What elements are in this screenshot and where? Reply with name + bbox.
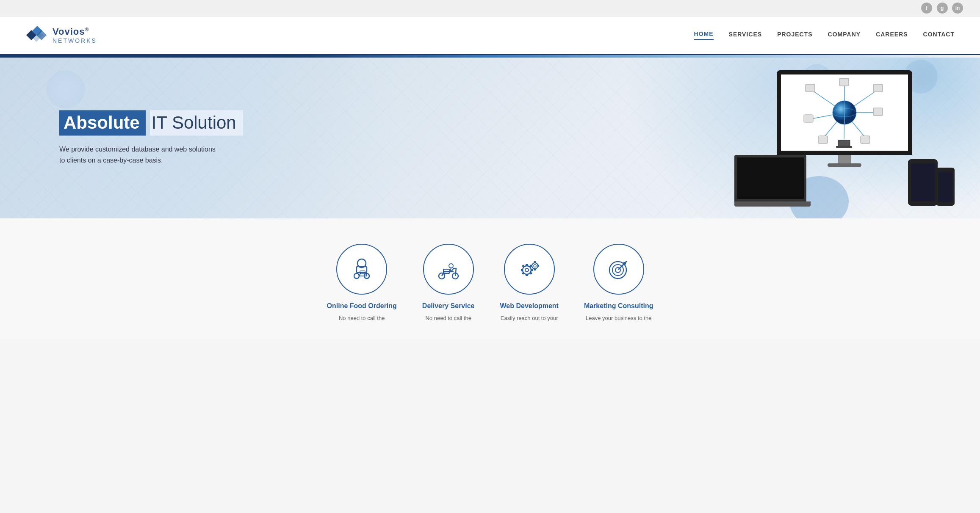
laptop-base (734, 201, 811, 207)
svg-rect-21 (838, 140, 850, 146)
svg-rect-18 (861, 136, 870, 143)
hero-decor-circle-1 (47, 70, 85, 108)
service-item-marketing-consulting: Marketing ConsultingLeave your business … (584, 244, 653, 323)
nav-item-projects[interactable]: PROJECTS (777, 31, 812, 39)
svg-rect-46 (534, 261, 536, 263)
tablet-illustration (908, 159, 938, 206)
phone-screen (938, 171, 952, 202)
google-link[interactable]: g (937, 3, 948, 14)
monitor-base (828, 163, 861, 167)
svg-rect-36 (526, 264, 528, 266)
svg-rect-17 (873, 108, 883, 116)
facebook-link[interactable]: f (921, 3, 932, 14)
monitor-stand (838, 155, 851, 163)
hero-devices-illustration (734, 70, 938, 210)
svg-point-26 (354, 273, 359, 279)
svg-rect-14 (806, 84, 815, 92)
laptop-illustration (734, 155, 811, 210)
svg-point-31 (449, 264, 453, 268)
nav-item-services[interactable]: SERVICES (729, 31, 762, 39)
logo-icon (25, 24, 47, 46)
service-item-online-food-ordering: Online Food OrderingNo need to call the (327, 244, 397, 323)
nav-item-careers[interactable]: CAREERS (876, 31, 908, 39)
service-title-web-development: Web Development (500, 302, 559, 310)
svg-point-44 (532, 263, 538, 269)
logo-text: Vovios® NETWORKS (53, 26, 97, 44)
svg-rect-19 (818, 136, 828, 143)
nav-item-company[interactable]: COMPANY (828, 31, 861, 39)
logo-brand: Vovios® (53, 26, 97, 37)
logo-sub: NETWORKS (53, 37, 97, 44)
svg-rect-43 (529, 272, 532, 275)
svg-rect-15 (839, 78, 849, 86)
nav-item-contact[interactable]: CONTACT (923, 31, 955, 39)
hero-section: Absolute IT Solution We provide customiz… (0, 58, 980, 218)
phone-illustration (936, 168, 955, 206)
svg-rect-48 (530, 265, 532, 267)
svg-rect-20 (804, 115, 813, 122)
tablet-body (908, 159, 938, 206)
service-icon-marketing-consulting[interactable] (593, 244, 644, 295)
social-bar: f g in (0, 0, 980, 17)
svg-rect-22 (836, 146, 852, 148)
service-icon-web-development[interactable] (504, 244, 555, 295)
linkedin-link[interactable]: in (952, 3, 963, 14)
service-desc-marketing-consulting: Leave your business to the (586, 314, 651, 323)
main-nav: HOMESERVICESPROJECTSCOMPANYCAREERSCONTAC… (694, 30, 955, 40)
header: Vovios® NETWORKS HOMESERVICESPROJECTSCOM… (0, 17, 980, 55)
tablet-screen (911, 163, 935, 201)
hero-title-rest: IT Solution (150, 110, 243, 135)
svg-rect-49 (537, 265, 539, 267)
phone-body (936, 168, 955, 206)
hero-title-bold: Absolute (59, 110, 146, 135)
svg-rect-16 (873, 84, 883, 92)
svg-rect-47 (534, 269, 536, 270)
hero-description: We provide customized database and web s… (59, 144, 243, 165)
service-icon-delivery-service[interactable] (423, 244, 474, 295)
svg-point-45 (534, 265, 536, 267)
service-desc-online-food-ordering: No need to call the (339, 314, 385, 323)
svg-rect-38 (521, 269, 523, 271)
monitor-screen (777, 70, 912, 155)
logo[interactable]: Vovios® NETWORKS (25, 24, 97, 46)
service-item-web-development: Web DevelopmentEasily reach out to your (500, 244, 559, 323)
hero-content: Absolute IT Solution We provide customiz… (59, 110, 243, 165)
services-section: Online Food OrderingNo need to call the … (0, 218, 980, 339)
svg-rect-42 (522, 272, 525, 275)
service-item-delivery-service: Delivery ServiceNo need to call the (422, 244, 475, 323)
svg-rect-39 (531, 269, 533, 271)
svg-rect-37 (526, 274, 528, 276)
service-desc-web-development: Easily reach out to your (501, 314, 558, 323)
hero-title: Absolute IT Solution (59, 110, 243, 135)
service-title-online-food-ordering: Online Food Ordering (327, 302, 397, 310)
service-icon-online-food-ordering[interactable] (336, 244, 387, 295)
nav-item-home[interactable]: HOME (694, 30, 714, 40)
service-title-marketing-consulting: Marketing Consulting (584, 302, 653, 310)
laptop-screen (734, 155, 806, 201)
svg-point-35 (525, 268, 529, 272)
svg-line-23 (844, 113, 844, 139)
service-title-delivery-service: Delivery Service (422, 302, 475, 310)
service-desc-delivery-service: No need to call the (425, 314, 471, 323)
svg-point-29 (439, 273, 445, 279)
